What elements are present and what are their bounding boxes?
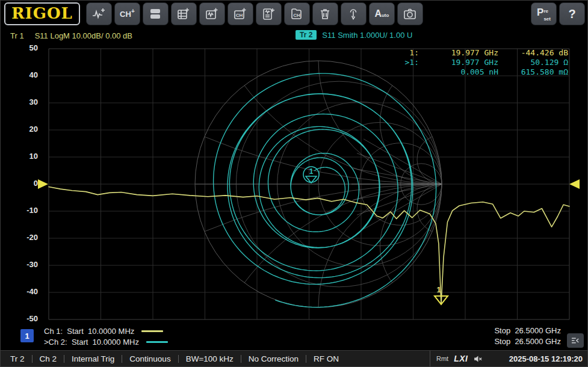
channel2-start: >Ch 2: Start 10.0000 MHz <box>44 338 139 347</box>
marker-stimulus: 19.977 GHz <box>419 48 498 58</box>
status-sweep-mode[interactable]: Continuous <box>129 354 170 363</box>
trace2-info[interactable]: Tr 2 S11 Smith 1.000U/ 1.00 U <box>296 30 412 40</box>
y-axis-label: -50 <box>9 314 38 323</box>
status-divider <box>64 355 64 363</box>
channel-info: 1 Ch 1: Start 10.0000 MHz >Ch 2: Start 1… <box>1 324 588 351</box>
marker-value: 615.580 mΩ <box>498 67 568 77</box>
status-bar: Tr 2 Ch 2 Internal Trig Continuous BW=10… <box>1 350 588 366</box>
y-axis-label: 10 <box>9 152 38 161</box>
marker-row: 1: 19.977 GHz -44.426 dB <box>395 48 568 58</box>
trace1-color-swatch <box>141 330 163 332</box>
y-axis-label: 30 <box>9 97 38 106</box>
marker-row: >1: 19.977 GHz 50.129 Ω <box>395 58 568 67</box>
speaker-muted-icon[interactable] <box>473 354 483 364</box>
datetime: 2025-08-15 12:19:20 <box>509 354 583 363</box>
y-axis-label: 20 <box>9 125 38 134</box>
marker-row: 0.005 nH 615.580 mΩ <box>395 67 568 77</box>
y-axis-label: -30 <box>9 260 38 269</box>
lxi-indicator: LXI <box>454 354 468 363</box>
trace1-info[interactable]: Tr 1S11 LogM 10.00dB/ 0.00 dB <box>10 31 132 40</box>
svg-text:1: 1 <box>309 167 314 176</box>
marker-stimulus: 0.005 nH <box>419 67 498 77</box>
marker-value: -44.426 dB <box>498 48 568 58</box>
status-divider <box>122 355 122 363</box>
marker-readout: 1: 19.977 GHz -44.426 dB >1: 19.977 GHz … <box>395 48 568 77</box>
status-active-channel[interactable]: Ch 2 <box>40 354 57 363</box>
channel-rows: Ch 1: Start 10.0000 MHz >Ch 2: Start 10.… <box>44 325 168 347</box>
vna-screen: RIGOL CH+ CH <box>0 0 588 367</box>
ref-level-triangle-right <box>569 179 580 189</box>
smith-marker-1: 1 <box>303 167 319 183</box>
y-axis-label: -10 <box>9 206 38 215</box>
channel2-stop: Stop 26.5000 GHz <box>494 336 561 347</box>
channel1-start: Ch 1: Start 10.0000 MHz <box>44 327 134 336</box>
marker-id: >1: <box>395 58 419 67</box>
marker-stimulus: 19.977 GHz <box>419 58 498 67</box>
y-axis-label: 0 <box>9 179 38 188</box>
stop-frequencies: Stop 26.5000 GHz Stop 26.5000 GHz <box>494 325 561 347</box>
window-number-badge: 1 <box>20 329 34 342</box>
trace1-settings: S11 LogM 10.00dB/ 0.00 dB <box>35 31 132 40</box>
remote-indicator: Rmt <box>436 355 448 362</box>
collapse-menu-button[interactable] <box>567 333 584 348</box>
system-status-box: Rmt LXI 2025-08-15 12:19:20 <box>430 351 588 366</box>
trace1-label: Tr 1 <box>10 31 24 40</box>
marker-id <box>395 67 419 77</box>
y-axis-label: -20 <box>9 233 38 242</box>
marker-value: 50.129 Ω <box>498 58 568 67</box>
ref-level-triangle-left <box>38 179 48 189</box>
y-axis-label: -40 <box>9 287 38 296</box>
status-divider <box>178 355 179 363</box>
status-bandwidth[interactable]: BW=100 kHz <box>186 354 234 363</box>
svg-text:1: 1 <box>436 285 441 294</box>
status-trigger[interactable]: Internal Trig <box>72 354 114 363</box>
status-divider <box>32 355 32 363</box>
status-active-trace[interactable]: Tr 2 <box>10 354 25 363</box>
trace2-settings: S11 Smith 1.000U/ 1.00 U <box>322 31 412 40</box>
collapse-menu-icon <box>570 335 581 346</box>
channel1-row[interactable]: Ch 1: Start 10.0000 MHz <box>44 325 168 336</box>
trace2-color-swatch <box>146 341 168 343</box>
channel2-row[interactable]: >Ch 2: Start 10.0000 MHz <box>44 336 168 347</box>
channel1-stop: Stop 26.5000 GHz <box>494 325 561 336</box>
status-rf[interactable]: RF ON <box>314 354 339 363</box>
trace2-active-badge: Tr 2 <box>296 30 317 40</box>
status-divider <box>306 355 306 363</box>
status-correction[interactable]: No Correction <box>249 354 299 363</box>
marker-id: 1: <box>395 48 419 58</box>
y-axis-label: 50 <box>9 43 38 52</box>
status-divider <box>241 355 241 363</box>
y-axis-label: 40 <box>9 70 38 79</box>
